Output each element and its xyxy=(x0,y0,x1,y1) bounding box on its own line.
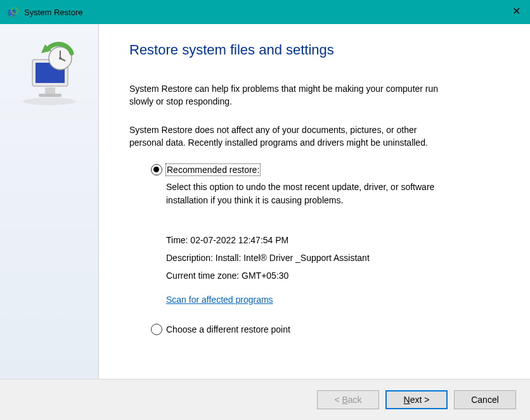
option-different[interactable]: Choose a different restore point xyxy=(151,324,500,335)
restore-details: Time: 02-07-2022 12:47:54 PM Description… xyxy=(166,231,500,309)
sidebar xyxy=(0,24,99,379)
svg-point-4 xyxy=(23,98,76,105)
restore-options: Recommended restore: Select this option … xyxy=(151,164,500,335)
radio-recommended-label[interactable]: Recommended restore: xyxy=(166,164,260,175)
back-button: < Back xyxy=(317,390,379,409)
svg-rect-8 xyxy=(39,94,61,97)
intro-paragraph-2: System Restore does not affect any of yo… xyxy=(129,124,453,150)
page-heading: Restore system files and settings xyxy=(129,42,500,58)
cancel-button[interactable]: Cancel xyxy=(454,390,516,409)
scan-affected-link[interactable]: Scan for affected programs xyxy=(166,291,273,309)
titlebar: System Restore ✕ xyxy=(0,0,530,24)
option-recommended[interactable]: Recommended restore: xyxy=(151,164,500,175)
app-icon xyxy=(6,6,19,18)
next-button[interactable]: Next > xyxy=(385,390,448,409)
intro-paragraph-1: System Restore can help fix problems tha… xyxy=(129,82,453,108)
main-panel: Restore system files and settings System… xyxy=(99,24,530,379)
radio-recommended[interactable] xyxy=(151,164,162,175)
svg-rect-1 xyxy=(11,15,13,16)
restore-icon xyxy=(15,39,84,109)
detail-time: Time: 02-07-2022 12:47:54 PM xyxy=(166,231,500,249)
option-recommended-desc: Select this option to undo the most rece… xyxy=(166,181,445,207)
radio-different[interactable] xyxy=(151,324,162,335)
detail-description: Description: Install: Intel® Driver _Sup… xyxy=(166,249,500,267)
radio-different-label[interactable]: Choose a different restore point xyxy=(166,324,290,335)
content-area: Restore system files and settings System… xyxy=(0,24,530,379)
footer-buttons: < Back Next > Cancel xyxy=(0,379,530,420)
svg-point-12 xyxy=(59,57,61,60)
close-button[interactable]: ✕ xyxy=(508,5,524,20)
window-title: System Restore xyxy=(24,8,82,17)
svg-rect-2 xyxy=(10,16,14,17)
detail-timezone: Current time zone: GMT+05:30 xyxy=(166,267,500,284)
svg-rect-7 xyxy=(45,87,55,94)
